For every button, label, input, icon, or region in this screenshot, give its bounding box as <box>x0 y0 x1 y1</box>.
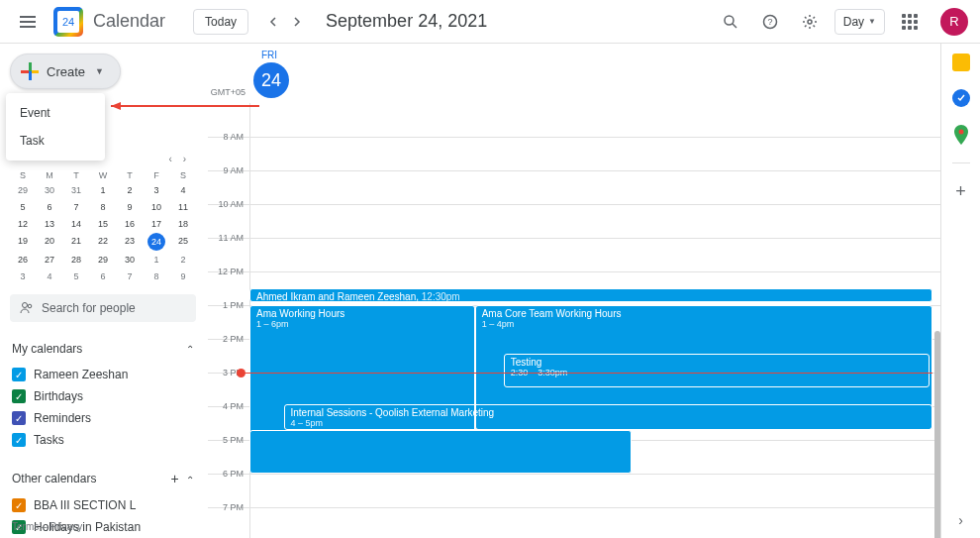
mini-cal-day[interactable]: 9 <box>117 199 143 215</box>
calendar-checkbox[interactable]: ✓ <box>12 389 26 403</box>
search-people-input[interactable]: Search for people <box>10 294 196 322</box>
calendar-item[interactable]: ✓Tasks <box>10 429 196 451</box>
mini-cal-day[interactable]: 4 <box>170 182 196 198</box>
mini-cal-day[interactable]: 28 <box>63 252 89 268</box>
mini-cal-day[interactable]: 30 <box>117 252 143 268</box>
collapse-icon[interactable]: ⌃ <box>186 344 194 355</box>
mini-cal-day[interactable]: 11 <box>170 199 196 215</box>
calendar-item[interactable]: ✓Rameen Zeeshan <box>10 364 196 385</box>
privacy-link[interactable]: Privacy <box>49 521 82 532</box>
google-apps-icon[interactable] <box>895 7 925 37</box>
time-row[interactable]: 10 AM <box>208 204 940 238</box>
view-selector[interactable]: Day ▼ <box>834 9 885 35</box>
mini-cal-day[interactable]: 26 <box>10 252 36 268</box>
mini-cal-day[interactable]: 13 <box>37 216 62 232</box>
mini-cal-day[interactable]: 8 <box>144 269 169 284</box>
calendar-item[interactable]: ✓Birthdays <box>10 385 196 407</box>
mini-cal-day[interactable]: 29 <box>10 182 36 198</box>
mini-cal-day[interactable]: 15 <box>90 216 116 232</box>
mini-cal-prev[interactable]: ‹ <box>165 154 176 164</box>
calendar-logo[interactable]: 24 <box>53 7 83 37</box>
time-row[interactable]: 7 PM <box>208 507 940 538</box>
scrollbar[interactable] <box>934 331 940 538</box>
settings-icon[interactable] <box>795 7 825 37</box>
expand-panel-icon[interactable]: › <box>958 512 963 528</box>
mini-cal-day[interactable]: 20 <box>37 233 62 251</box>
calendar-checkbox[interactable]: ✓ <box>12 498 26 512</box>
day-number[interactable]: 24 <box>253 62 289 98</box>
mini-cal-day[interactable]: 10 <box>144 199 169 215</box>
time-cell[interactable] <box>249 138 940 170</box>
time-label: 9 AM <box>208 165 249 198</box>
tasks-icon[interactable] <box>952 89 970 107</box>
time-row[interactable]: 11 AM <box>208 238 940 271</box>
mini-cal-day[interactable]: 14 <box>63 216 89 232</box>
mini-cal-day[interactable]: 12 <box>10 216 36 232</box>
mini-cal-day[interactable]: 1 <box>90 182 116 198</box>
mini-cal-day[interactable]: 22 <box>90 233 116 251</box>
mini-cal-day[interactable]: 3 <box>10 269 36 284</box>
mini-cal-day[interactable]: 1 <box>144 252 169 268</box>
maps-icon[interactable] <box>953 125 969 145</box>
add-calendar-icon[interactable]: + <box>166 471 182 486</box>
today-button[interactable]: Today <box>193 9 248 35</box>
mini-cal-day[interactable]: 19 <box>10 233 36 251</box>
mini-cal-next[interactable]: › <box>179 154 190 164</box>
mini-cal-day[interactable]: 29 <box>90 252 116 268</box>
mini-cal-day[interactable]: 9 <box>170 269 196 284</box>
mini-cal-day[interactable]: 18 <box>170 216 196 232</box>
time-cell[interactable] <box>249 171 940 204</box>
mini-cal-day[interactable]: 4 <box>37 269 62 284</box>
mini-cal-day[interactable]: 16 <box>117 216 143 232</box>
mini-cal-day[interactable]: 7 <box>63 199 89 215</box>
event-block[interactable] <box>249 430 632 474</box>
time-row[interactable]: 6 PM <box>208 474 940 507</box>
keep-icon[interactable] <box>952 54 970 71</box>
next-day-button[interactable] <box>286 11 308 33</box>
main-menu-icon[interactable] <box>12 6 44 38</box>
mini-cal-day[interactable]: 6 <box>90 269 116 284</box>
mini-cal-day[interactable]: 17 <box>144 216 169 232</box>
time-row[interactable] <box>208 103 940 137</box>
mini-cal-day[interactable]: 2 <box>170 252 196 268</box>
mini-cal-day[interactable]: 23 <box>117 233 143 251</box>
help-icon[interactable]: ? <box>755 7 785 37</box>
mini-cal-day[interactable]: 3 <box>144 182 169 198</box>
calendar-checkbox[interactable]: ✓ <box>12 411 26 425</box>
calendar-checkbox[interactable]: ✓ <box>12 433 26 447</box>
account-avatar[interactable]: R <box>940 8 968 36</box>
mini-cal-day[interactable]: 24 <box>144 233 169 251</box>
mini-cal-day[interactable]: 6 <box>37 199 62 215</box>
mini-cal-day[interactable]: 25 <box>170 233 196 251</box>
search-icon[interactable] <box>716 7 745 37</box>
time-row[interactable]: 8 AM <box>208 137 940 170</box>
mini-cal-day[interactable]: 27 <box>37 252 62 268</box>
create-task-item[interactable]: Task <box>6 127 105 155</box>
mini-cal-day[interactable]: 5 <box>63 269 89 284</box>
time-cell[interactable] <box>249 103 940 137</box>
calendar-item[interactable]: ✓BBA III SECTION L <box>10 494 196 516</box>
event-item[interactable]: Internal Sessions - Qoolish External Mar… <box>284 404 933 430</box>
prev-day-button[interactable] <box>262 11 284 33</box>
mini-cal-day[interactable]: 30 <box>37 182 62 198</box>
create-button[interactable]: Create ▼ <box>10 54 121 89</box>
collapse-icon[interactable]: ⌃ <box>186 475 194 485</box>
event-item[interactable]: Testing 2:30 – 3:30pm <box>504 354 930 387</box>
mini-cal-day[interactable]: 31 <box>63 182 89 198</box>
mini-cal-day[interactable]: 5 <box>10 199 36 215</box>
mini-cal-day[interactable]: 8 <box>90 199 116 215</box>
create-event-item[interactable]: Event <box>6 99 105 127</box>
time-cell[interactable] <box>249 475 940 507</box>
time-cell[interactable] <box>249 239 940 271</box>
add-addon-icon[interactable]: + <box>955 181 966 202</box>
time-row[interactable]: 9 AM <box>208 170 940 204</box>
mini-cal-day[interactable]: 2 <box>117 182 143 198</box>
terms-link[interactable]: Terms <box>12 521 39 532</box>
time-cell[interactable] <box>249 205 940 238</box>
mini-cal-day[interactable]: 7 <box>117 269 143 284</box>
mini-cal-day[interactable]: 21 <box>63 233 89 251</box>
calendar-item[interactable]: ✓Reminders <box>10 407 196 429</box>
time-cell[interactable] <box>249 508 940 538</box>
calendar-checkbox[interactable]: ✓ <box>12 368 26 381</box>
event-item[interactable]: Ahmed Ikram and Rameen Zeeshan, 12:30pm <box>249 288 932 302</box>
